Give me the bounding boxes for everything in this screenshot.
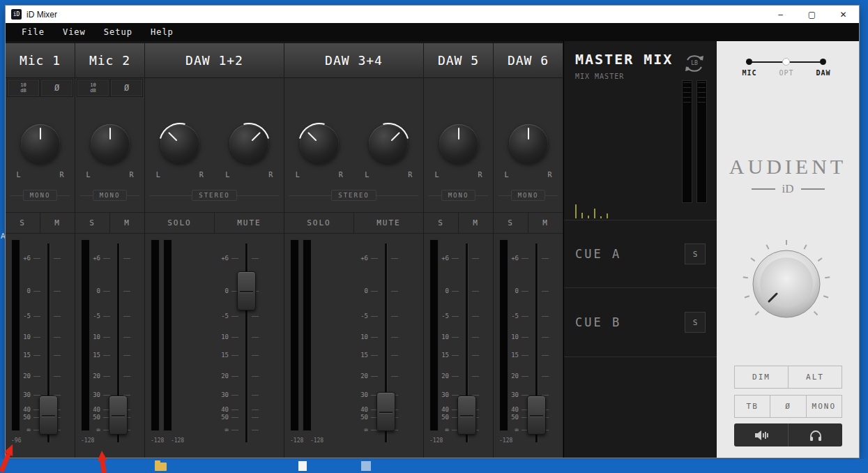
mute-button[interactable]: MUTE <box>354 213 423 233</box>
mode-line-left <box>498 195 511 196</box>
fader-scale-label: 10 <box>20 333 31 340</box>
mode-label: MONO <box>511 190 546 201</box>
source-label-daw[interactable]: DAW <box>809 69 837 77</box>
meter-readout: -128 <box>499 437 512 444</box>
fader-handle[interactable] <box>39 396 58 435</box>
fader: +60-5101520304050∞ <box>218 239 266 446</box>
volume-knob-graphic <box>741 239 832 329</box>
title-bar[interactable]: iD iD Mixer – ▢ ✕ <box>6 6 859 23</box>
menu-help[interactable]: Help <box>142 27 183 37</box>
phase-button[interactable]: Ø <box>40 79 73 97</box>
mute-button[interactable]: M <box>110 213 144 233</box>
mono-button[interactable]: MONO <box>806 395 842 418</box>
fader-tick-left <box>452 355 459 356</box>
fader: +60-5101520304050∞ <box>358 239 405 446</box>
fader-handle[interactable] <box>109 396 128 435</box>
loopback-button[interactable]: LB <box>682 51 707 76</box>
mode-line-right <box>57 195 70 196</box>
close-button[interactable]: ✕ <box>828 6 859 23</box>
solo-button[interactable]: S <box>6 213 40 233</box>
pan-arc <box>151 115 208 172</box>
fader-scale-label: 20 <box>20 373 31 380</box>
fader-scale-label: -5 <box>20 313 31 320</box>
knob-tick <box>751 258 755 261</box>
pan-knob[interactable] <box>369 124 408 163</box>
volume-knob[interactable] <box>741 239 832 329</box>
fader-tick-right <box>391 337 398 338</box>
phase-button[interactable]: Ø <box>110 79 143 97</box>
pad-10db-button[interactable]: 10dB <box>77 79 109 97</box>
taskbar[interactable] <box>0 459 868 473</box>
mute-button[interactable]: M <box>459 213 493 233</box>
mute-button[interactable]: M <box>528 213 563 233</box>
pan-knob[interactable] <box>160 124 199 163</box>
level-meters <box>11 239 20 455</box>
cue-b-label: CUE B <box>575 315 621 329</box>
channel-strip-daw-1-2: DAW 1+2LRLRSTEREOSOLOMUTE+60-51015203040… <box>145 43 284 458</box>
fader-tick-left <box>103 395 110 396</box>
channel-mode-row: STEREO <box>145 190 284 201</box>
folder-icon[interactable] <box>155 463 167 471</box>
alt-button[interactable]: ALT <box>788 366 842 389</box>
pan-knob[interactable] <box>21 124 60 163</box>
mode-line-left <box>429 195 441 196</box>
cue-a-solo-button[interactable]: S <box>685 243 706 264</box>
solo-button[interactable]: S <box>75 213 110 233</box>
level-meter <box>429 239 439 431</box>
fader-scale-label: 30 <box>439 391 449 398</box>
fader-handle[interactable] <box>457 396 476 435</box>
pan-knob[interactable] <box>439 124 478 163</box>
fader-tick-left <box>33 395 40 396</box>
dim-button[interactable]: DIM <box>734 366 789 389</box>
fader-tick-right <box>542 355 549 356</box>
menu-view[interactable]: View <box>54 27 95 37</box>
fader-handle[interactable] <box>237 271 256 310</box>
fader-tick-right <box>252 417 259 418</box>
solo-button[interactable]: S <box>494 213 528 233</box>
polarity-button[interactable]: Ø <box>770 395 806 418</box>
menu-file[interactable]: File <box>13 27 54 37</box>
maximize-button[interactable]: ▢ <box>796 6 828 23</box>
source-label-mic[interactable]: MIC <box>736 69 763 77</box>
talkback-button[interactable]: TB <box>734 395 770 418</box>
fader-tick-right <box>542 376 549 377</box>
fader-area: +60-5101520304050∞-128 <box>494 234 563 458</box>
pan-knob[interactable] <box>300 124 339 163</box>
fader-scale-label: 10 <box>508 333 519 340</box>
fader-scale-label: 20 <box>508 373 519 380</box>
fader-scale-label: 0 <box>90 287 100 294</box>
document-icon[interactable] <box>298 461 307 471</box>
fader-handle[interactable] <box>376 392 395 431</box>
headphone-output-button[interactable] <box>789 423 842 446</box>
solo-button[interactable]: S <box>424 213 459 233</box>
fader-handle[interactable] <box>527 396 546 435</box>
source-dot-mic[interactable] <box>746 59 752 65</box>
pad-10db-button[interactable]: 10dB <box>7 79 40 97</box>
solo-button[interactable]: SOLO <box>145 213 215 233</box>
cue-b-solo-button[interactable]: S <box>685 312 706 333</box>
mute-button[interactable]: M <box>40 213 75 233</box>
fader-scale-label: +6 <box>439 255 449 262</box>
pan-right-label: R <box>408 171 412 179</box>
speaker-output-button[interactable] <box>734 423 789 446</box>
menu-setup[interactable]: Setup <box>95 27 142 37</box>
fader-area: +60-5101520304050∞-128 -128 <box>284 234 423 458</box>
mute-button[interactable]: MUTE <box>215 213 284 233</box>
app-tile-icon[interactable] <box>361 461 371 471</box>
fader-tick-left <box>521 395 528 396</box>
source-label-opt[interactable]: OPT <box>772 69 800 77</box>
pan-pointer-line <box>109 128 111 140</box>
channel-strip-mic-2: Mic 210dBØLRMONOSM+60-5101520304050∞-128 <box>75 43 145 458</box>
solo-button[interactable]: SOLO <box>284 213 354 233</box>
pan-knob[interactable] <box>509 124 548 163</box>
pan-knob[interactable] <box>229 124 268 163</box>
minimize-button[interactable]: – <box>765 6 796 23</box>
level-meters <box>81 239 90 455</box>
mini-meter-tick <box>607 213 608 218</box>
source-dot-daw[interactable] <box>820 59 826 65</box>
source-dot-opt[interactable] <box>782 58 790 66</box>
headphones-icon <box>809 429 823 442</box>
fader-scale-label: +6 <box>218 255 229 262</box>
fader-scale-label: -5 <box>90 313 100 320</box>
pan-knob[interactable] <box>91 124 130 163</box>
